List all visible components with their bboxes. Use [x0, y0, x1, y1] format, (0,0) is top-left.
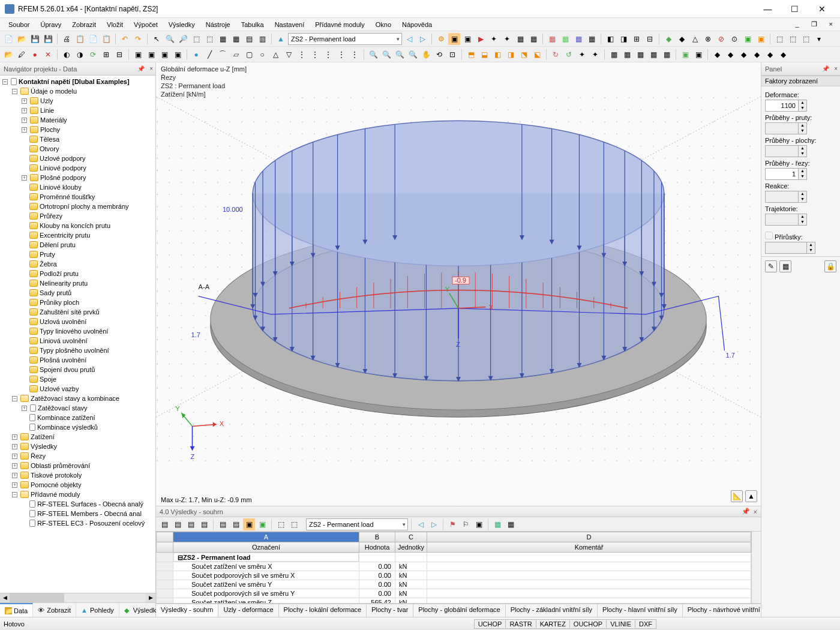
pin-icon[interactable]: 📌: [137, 65, 145, 72]
t2-4-icon[interactable]: ✕: [42, 49, 54, 61]
results-icon[interactable]: ▣: [448, 33, 460, 45]
new-icon[interactable]: 📄: [2, 33, 14, 45]
tree-item[interactable]: +Zatížení: [0, 432, 155, 442]
t2-solid-icon[interactable]: ▢: [243, 49, 255, 61]
snap5-icon[interactable]: ⊘: [715, 33, 727, 45]
t2-zoom1-icon[interactable]: 🔍: [367, 49, 379, 61]
spin-plochy[interactable]: ▲▼: [765, 145, 836, 157]
rt-8-icon[interactable]: ▣: [256, 518, 268, 530]
nav-tab-pohledy[interactable]: ▲Pohledy: [76, 603, 119, 617]
t2-d4-icon[interactable]: ▦: [647, 49, 659, 61]
t2-r2-icon[interactable]: ↺: [563, 49, 575, 61]
copy-icon[interactable]: 📄: [87, 33, 99, 45]
rt-4-icon[interactable]: ▤: [198, 518, 210, 530]
t2-8-icon[interactable]: ⊞: [100, 49, 112, 61]
btab-0[interactable]: Výsledky - souhrn: [156, 604, 218, 617]
tree-item[interactable]: Spoje: [0, 374, 155, 384]
snap7-icon[interactable]: ▣: [742, 33, 754, 45]
cell-uchop[interactable]: UCHOP: [474, 619, 506, 629]
tool4-icon[interactable]: ▦: [230, 33, 242, 45]
mdi-close-icon[interactable]: ×: [824, 19, 838, 29]
rt-6-icon[interactable]: ▤: [230, 518, 242, 530]
grid3-icon[interactable]: ▦: [572, 33, 584, 45]
chk-prirustky[interactable]: [765, 232, 773, 239]
tree-item[interactable]: Liniové klouby: [0, 182, 155, 192]
nav-tab-zobrazit[interactable]: 👁Zobrazit: [33, 603, 76, 617]
tree-module[interactable]: RF-STEEL EC3 - Posouzení ocelový: [0, 518, 155, 528]
spin-reakce[interactable]: ▲▼: [765, 191, 836, 203]
rp-btn1-icon[interactable]: ✎: [765, 260, 777, 272]
anim-icon[interactable]: ▶: [475, 33, 487, 45]
spin-pruty[interactable]: ▲▼: [765, 122, 836, 134]
mdi-restore-icon[interactable]: ❐: [806, 19, 822, 29]
loadcase-combo[interactable]: ZS2 - Permanent load: [288, 33, 402, 45]
tree-item[interactable]: Pruty: [0, 250, 155, 259]
t2-more4-icon[interactable]: ⋮: [335, 49, 347, 61]
t2-9-icon[interactable]: ⊟: [113, 49, 125, 61]
spin-rezy[interactable]: ▲▼: [765, 168, 836, 180]
results-close-icon[interactable]: ×: [754, 508, 757, 515]
close-button[interactable]: ✕: [808, 0, 835, 18]
tree-module[interactable]: RF-STEEL Surfaces - Obecná analý: [0, 499, 155, 509]
geo2-icon[interactable]: ◨: [617, 33, 629, 45]
t2-2-icon[interactable]: 🖊: [16, 49, 28, 61]
misc1-icon[interactable]: ✦: [488, 33, 500, 45]
t2-1-icon[interactable]: 📂: [2, 49, 14, 61]
find-icon[interactable]: 🔍: [164, 33, 176, 45]
panel-icon[interactable]: ▥: [256, 33, 268, 45]
table-icon[interactable]: ▤: [243, 33, 255, 45]
t2-surf-icon[interactable]: ▱: [230, 49, 242, 61]
tree-item[interactable]: Kombinace výsledků: [0, 422, 155, 432]
tree-item[interactable]: +Linie: [0, 106, 155, 115]
open-icon[interactable]: 📂: [16, 33, 28, 45]
paste-icon[interactable]: 📋: [100, 33, 112, 45]
t2-zoom3-icon[interactable]: 🔍: [394, 49, 406, 61]
t2-pan-icon[interactable]: ✋: [420, 49, 432, 61]
t2-d2-icon[interactable]: ▦: [621, 49, 633, 61]
navigator-tree[interactable]: −Kontaktní napětí [Dlubal Examples] −Úda…: [0, 76, 155, 593]
rt-2-icon[interactable]: ▤: [172, 518, 184, 530]
nav-scrollbar[interactable]: ◀▶: [0, 593, 155, 602]
saveall-icon[interactable]: 💾: [42, 33, 54, 45]
tree-model-data[interactable]: −Údaje o modelu: [0, 86, 155, 96]
t2-e2-icon[interactable]: ▣: [692, 49, 704, 61]
snap8-icon[interactable]: ▣: [755, 33, 767, 45]
t2-open-icon[interactable]: ○: [256, 49, 268, 61]
rp-lock-icon[interactable]: 🔒: [824, 260, 836, 272]
tree-item[interactable]: +Tiskové protokoly: [0, 470, 155, 480]
t2-line-icon[interactable]: ╱: [203, 49, 215, 61]
t2-more2-icon[interactable]: ⋮: [309, 49, 321, 61]
tree-module[interactable]: RF-STEEL Members - Obecná anal: [0, 509, 155, 518]
menu-zobrazit[interactable]: Zobrazit: [67, 20, 101, 29]
calc-icon[interactable]: ⚙: [435, 33, 447, 45]
save-icon[interactable]: 💾: [29, 33, 41, 45]
t2-fit-icon[interactable]: ⊡: [446, 49, 458, 61]
snap4-icon[interactable]: ⊗: [702, 33, 714, 45]
t2-d3-icon[interactable]: ▦: [634, 49, 646, 61]
prev-lc-icon[interactable]: ◁: [403, 33, 415, 45]
rt-f2-icon[interactable]: ⚐: [460, 518, 472, 530]
t2-r3-icon[interactable]: ✦: [576, 49, 588, 61]
menu-nastaveni[interactable]: Nastavení: [270, 20, 310, 29]
tree-item[interactable]: Nelinearity prutu: [0, 278, 155, 288]
zoom-icon[interactable]: 🔎: [177, 33, 189, 45]
t2-5-icon[interactable]: ◐: [61, 49, 73, 61]
t2-3-icon[interactable]: ●: [29, 49, 41, 61]
tree-item[interactable]: Kombinace zatížení: [0, 413, 155, 422]
menu-okno[interactable]: Okno: [371, 20, 396, 29]
rp-pin-icon[interactable]: 📌: [822, 65, 829, 72]
tool-icon[interactable]: ⬚: [190, 33, 202, 45]
t2-d5-icon[interactable]: ▦: [661, 49, 673, 61]
view1-icon[interactable]: ⬚: [773, 33, 785, 45]
mdi-min-icon[interactable]: _: [790, 19, 803, 29]
tree-item[interactable]: +Řezy: [0, 451, 155, 461]
btab-1[interactable]: Uzly - deformace: [218, 604, 278, 617]
redo-icon[interactable]: ↷: [132, 33, 144, 45]
t2-7-icon[interactable]: ⟳: [87, 49, 99, 61]
btab-2[interactable]: Plochy - lokální deformace: [279, 604, 367, 617]
grid4-icon[interactable]: ▦: [586, 33, 598, 45]
menu-tabulka[interactable]: Tabulka: [236, 20, 269, 29]
next-lc-icon[interactable]: ▷: [416, 33, 428, 45]
t2-f4-icon[interactable]: ◆: [751, 49, 763, 61]
t2-zoom2-icon[interactable]: 🔍: [380, 49, 392, 61]
